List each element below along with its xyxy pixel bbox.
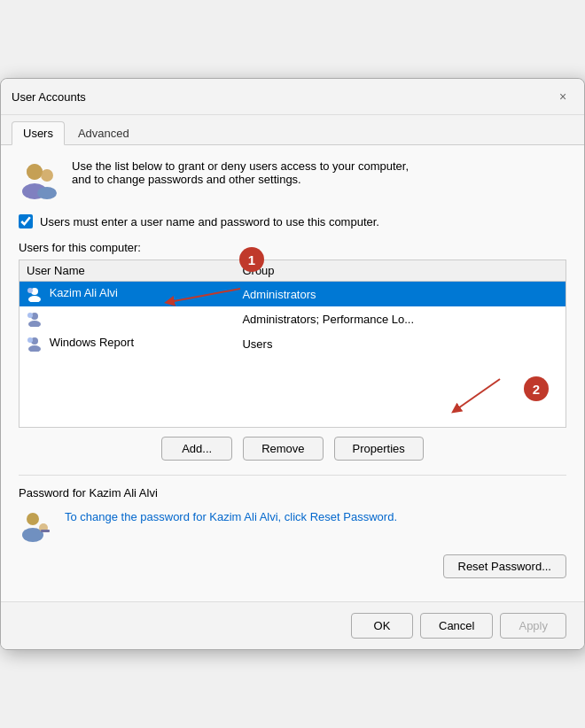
user-icon bbox=[27, 336, 43, 352]
svg-point-8 bbox=[27, 288, 33, 293]
password-icon bbox=[19, 508, 54, 544]
require-password-checkbox[interactable] bbox=[19, 214, 33, 228]
user-name-cell: Kazim Ali Alvi bbox=[20, 282, 235, 307]
password-section-label: Password for Kazim Ali Alvi bbox=[19, 486, 566, 500]
close-button[interactable]: × bbox=[552, 86, 573, 107]
remove-button[interactable]: Remove bbox=[243, 437, 323, 461]
info-row: Use the list below to grant or deny user… bbox=[19, 159, 566, 202]
svg-point-16 bbox=[27, 513, 39, 525]
apply-button[interactable]: Apply bbox=[500, 613, 566, 639]
cancel-button[interactable]: Cancel bbox=[420, 613, 493, 639]
users-section-label: Users for this computer: bbox=[19, 241, 566, 254]
tab-advanced[interactable]: Advanced bbox=[66, 121, 141, 145]
action-buttons: Add... Remove Properties bbox=[19, 437, 566, 461]
annotation-badge-1: 1 bbox=[239, 247, 264, 272]
users-table: User Name Group bbox=[20, 260, 566, 427]
svg-point-2 bbox=[41, 169, 53, 182]
checkbox-row: Users must enter a user name and passwor… bbox=[19, 214, 566, 228]
table-row[interactable]: Windows Report Users bbox=[20, 331, 566, 356]
password-description: To change the password for Kazim Ali Alv… bbox=[65, 508, 397, 526]
svg-point-14 bbox=[27, 337, 33, 343]
dialog-title: User Accounts bbox=[12, 90, 86, 104]
svg-point-4 bbox=[27, 164, 43, 180]
reset-password-button[interactable]: Reset Password... bbox=[443, 554, 567, 578]
group-cell: Administrators bbox=[235, 282, 566, 307]
user-name-cell bbox=[20, 306, 235, 331]
password-section: Password for Kazim Ali Alvi To change th… bbox=[19, 475, 566, 578]
user-icon bbox=[27, 311, 43, 327]
bottom-buttons: OK Cancel Apply bbox=[1, 601, 584, 649]
svg-point-3 bbox=[37, 187, 57, 199]
annotation-badge-2: 2 bbox=[524, 376, 549, 401]
ok-button[interactable]: OK bbox=[351, 613, 413, 639]
users-icon bbox=[19, 159, 61, 202]
user-accounts-dialog: User Accounts × Users Advanced Use the l… bbox=[0, 78, 585, 650]
table-row-empty bbox=[20, 356, 566, 427]
svg-point-13 bbox=[28, 345, 41, 352]
col-group: Group bbox=[235, 260, 566, 282]
title-bar: User Accounts × bbox=[1, 79, 584, 115]
users-table-wrapper: 1 User Name bbox=[19, 259, 566, 428]
tab-bar: Users Advanced bbox=[1, 115, 584, 145]
password-info-row: To change the password for Kazim Ali Alv… bbox=[19, 508, 566, 544]
user-name-cell: Windows Report bbox=[20, 331, 235, 356]
add-button[interactable]: Add... bbox=[161, 437, 232, 461]
table-row[interactable]: Kazim Ali Alvi Administrators bbox=[20, 282, 566, 307]
users-table-container: User Name Group bbox=[19, 259, 566, 428]
reset-btn-row: Reset Password... bbox=[19, 554, 566, 578]
user-icon bbox=[27, 286, 43, 302]
properties-button[interactable]: Properties bbox=[334, 437, 424, 461]
group-cell: Administrators; Performance Lo... bbox=[235, 306, 566, 331]
svg-point-11 bbox=[27, 313, 33, 318]
group-cell: Users bbox=[235, 331, 566, 356]
info-text: Use the list below to grant or deny user… bbox=[72, 159, 409, 186]
svg-point-10 bbox=[28, 321, 41, 327]
svg-rect-19 bbox=[41, 530, 50, 532]
dialog-content: Use the list below to grant or deny user… bbox=[1, 145, 584, 601]
col-username: User Name bbox=[20, 260, 235, 282]
tab-users[interactable]: Users bbox=[12, 121, 65, 145]
svg-point-7 bbox=[28, 296, 41, 302]
checkbox-label: Users must enter a user name and passwor… bbox=[40, 215, 379, 228]
table-row[interactable]: Administrators; Performance Lo... bbox=[20, 306, 566, 331]
